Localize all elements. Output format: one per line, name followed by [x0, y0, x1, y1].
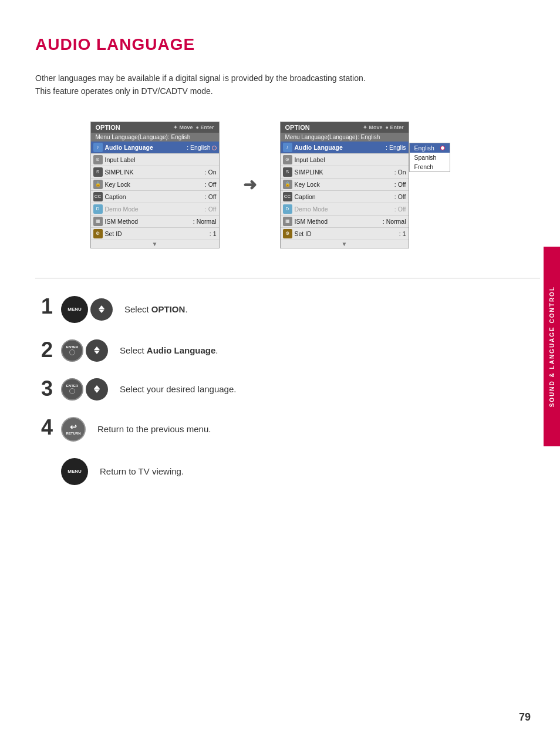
nav-button-3[interactable]	[86, 378, 108, 401]
description: Other languages may be available if a di…	[35, 72, 505, 98]
enter-button-2[interactable]: ENTER	[61, 339, 83, 362]
page-number: 79	[519, 711, 531, 724]
setid-icon: ⚙	[93, 229, 103, 238]
demo-icon: D	[93, 204, 103, 214]
menu-right: OPTION ✦ Move ● Enter Menu Language(Lang…	[280, 122, 409, 248]
step-4-buttons: ↩ RETURN	[61, 417, 86, 442]
dropdown-item-spanish[interactable]: Spanish	[410, 153, 450, 162]
caption-icon: CC	[93, 192, 103, 201]
menu-left-lang: Menu Language(Language): English	[91, 133, 219, 142]
menu-right-item-keylock: 🔒 Key Lock : Off	[281, 179, 409, 191]
arrow-right: ➜	[243, 175, 257, 194]
step-3-number: 3	[41, 378, 59, 399]
menu-button-1[interactable]: MENU	[61, 296, 88, 323]
description-line1: Other languages may be available if a di…	[35, 72, 505, 85]
simplink-icon: S	[93, 167, 103, 177]
step-4-number: 4	[41, 417, 59, 438]
ism-icon-r: ▦	[283, 217, 292, 226]
menu-right-title: OPTION	[285, 124, 310, 131]
step-3: 3 ENTER Select your desired language.	[41, 378, 499, 401]
nav-button-1[interactable]	[90, 298, 113, 321]
audio-icon: ♪	[93, 143, 103, 152]
input-icon: ⊙	[93, 155, 103, 164]
page-title: AUDIO LANGUAGE	[35, 35, 505, 54]
menu-left-title: OPTION	[96, 124, 120, 131]
description-line2: This feature operates only in DTV/CADTV …	[35, 85, 505, 97]
enter-button-3[interactable]: ENTER	[61, 378, 83, 401]
menu-right-lang: Menu Language(Language): English	[281, 133, 409, 142]
keylock-icon: 🔒	[93, 180, 103, 189]
menu-right-item-setid: ⚙ Set ID : 1	[281, 228, 409, 240]
selected-dot	[440, 146, 445, 150]
menu-left-item-simplink: S SIMPLINK : On	[91, 166, 219, 179]
nav-down-arrow-3	[94, 389, 100, 393]
menu-right-titlebar: OPTION ✦ Move ● Enter	[281, 122, 409, 133]
input-icon-r: ⊙	[283, 155, 292, 164]
menu-left-nav: ✦ Move ● Enter	[173, 124, 214, 130]
step-1-text: Select OPTION.	[124, 304, 188, 314]
nav-up-arrow-2	[94, 346, 100, 350]
menu-left-scroll: ▼	[91, 240, 219, 248]
menu-right-item-ism: ▦ ISM Method : Normal	[281, 216, 409, 228]
step-5-text: Return to TV viewing.	[100, 466, 184, 476]
menu-left-item-ism: ▦ ISM Method : Normal	[91, 216, 219, 228]
dropdown-item-french[interactable]: French	[410, 162, 450, 171]
step-2-number: 2	[41, 339, 59, 361]
menu-left-item-caption: CC Caption : Off	[91, 191, 219, 203]
step-2-buttons: ENTER	[61, 339, 108, 362]
steps-section: 1 MENU Select OPTION. 2 ENTER	[35, 296, 505, 485]
menu-right-item-demo: D Demo Mode : Off	[281, 203, 409, 216]
nav-down-arrow	[99, 309, 104, 313]
step-3-buttons: ENTER	[61, 378, 108, 401]
step-4: 4 ↩ RETURN Return to the previous menu.	[41, 417, 499, 442]
menu-left-item-input: ⊙ Input Label	[91, 154, 219, 166]
keylock-icon-r: 🔒	[283, 180, 292, 189]
step-5-buttons: MENU	[61, 458, 88, 485]
nav-up-arrow-3	[94, 385, 100, 389]
setid-icon-r: ⚙	[283, 229, 292, 238]
menu-right-item-caption: CC Caption : Off	[281, 191, 409, 203]
menu-right-container: OPTION ✦ Move ● Enter Menu Language(Lang…	[280, 122, 450, 248]
step-2: 2 ENTER Select Audio Language.	[41, 339, 499, 362]
nav-button-2[interactable]	[86, 339, 108, 362]
enter-dot-3	[69, 388, 75, 394]
step-1-buttons: MENU	[61, 296, 113, 323]
dropdown-item-english[interactable]: English	[410, 143, 450, 153]
step-5: 5 MENU Return to TV viewing.	[41, 458, 499, 485]
menu-right-scroll: ▼	[281, 240, 409, 248]
audio-icon-right: ♪	[283, 143, 292, 152]
menu-left-item-audio: ♪ Audio Language : English	[91, 142, 219, 154]
step-3-text: Select your desired language.	[120, 384, 236, 394]
demo-icon-r: D	[283, 204, 292, 214]
menu-left: OPTION ✦ Move ● Enter Menu Language(Lang…	[90, 122, 220, 248]
nav-down-arrow-2	[94, 351, 100, 354]
screenshots-area: OPTION ✦ Move ● Enter Menu Language(Lang…	[35, 122, 505, 248]
menu-left-item-setid: ⚙ Set ID : 1	[91, 228, 219, 240]
menu-button-5[interactable]: MENU	[61, 458, 88, 485]
step-2-text: Select Audio Language.	[120, 345, 218, 355]
caption-icon-r: CC	[283, 192, 292, 201]
step-1-number: 1	[41, 296, 59, 317]
ism-icon: ▦	[93, 217, 103, 226]
side-tab-label: SOUND & LANGUAGE CONTROL	[549, 286, 555, 407]
step-4-text: Return to the previous menu.	[97, 424, 211, 434]
language-dropdown[interactable]: English Spanish French	[409, 143, 450, 172]
menu-right-nav: ✦ Move ● Enter	[363, 124, 403, 130]
simplink-icon-r: S	[283, 167, 292, 177]
menu-right-item-input: ⊙ Input Label	[281, 154, 409, 166]
nav-up-arrow	[99, 305, 104, 309]
menu-left-item-demo: D Demo Mode : Off	[91, 203, 219, 216]
section-divider	[35, 278, 540, 278]
menu-right-item-simplink: S SIMPLINK : On	[281, 166, 409, 179]
menu-left-item-keylock: 🔒 Key Lock : Off	[91, 179, 219, 191]
return-button[interactable]: ↩ RETURN	[61, 417, 86, 442]
step-1: 1 MENU Select OPTION.	[41, 296, 499, 323]
side-tab: SOUND & LANGUAGE CONTROL	[544, 247, 560, 446]
menu-right-item-audio: ♪ Audio Language : Englis	[281, 142, 409, 154]
enter-dot	[69, 349, 75, 355]
menu-left-titlebar: OPTION ✦ Move ● Enter	[91, 122, 219, 133]
